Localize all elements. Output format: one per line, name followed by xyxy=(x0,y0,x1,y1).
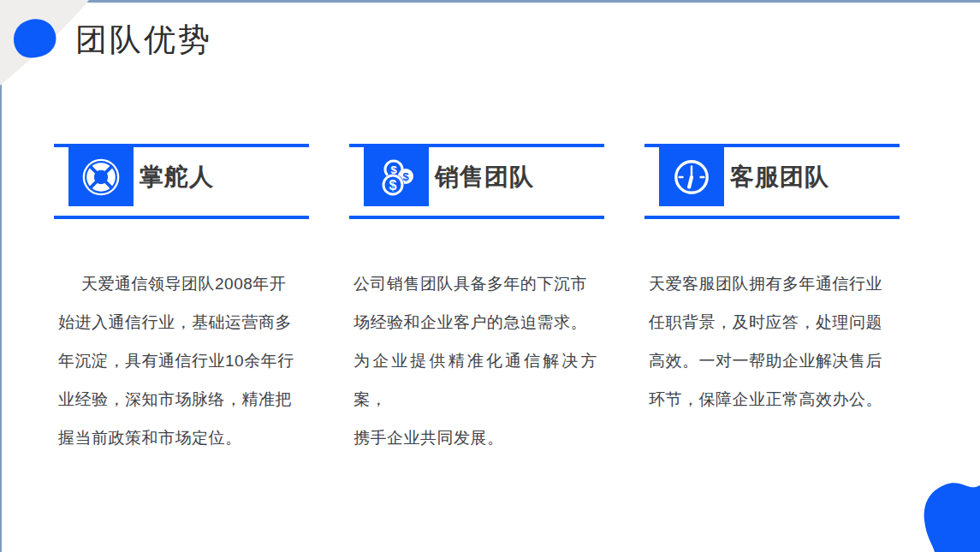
icon-tile: $ $ $ xyxy=(364,147,429,206)
card-helmsman: 掌舵人 天爱通信领导团队2008年开 始进入通信行业，基础运营商多 年沉淀，具有… xyxy=(54,144,309,457)
bottom-right-blob-decoration xyxy=(907,475,980,552)
slide-frame-top-border xyxy=(0,0,980,3)
card-support-team: 客服团队 天爱客服团队拥有多年通信行业 任职背景，及时应答，处理问题 高效。一对… xyxy=(644,144,900,457)
card-sales-team: $ $ $ 销售团队 公司销售团队具备多年的下沉市 场经验和企业客户的急迫需求。… xyxy=(349,144,604,457)
svg-text:$: $ xyxy=(402,170,409,183)
coins-icon: $ $ $ xyxy=(376,157,417,198)
card-title: 客服团队 xyxy=(730,147,829,206)
card-underline xyxy=(349,216,604,219)
card-body-text: 天爱通信领导团队2008年开 始进入通信行业，基础运营商多 年沉淀，具有通信行业… xyxy=(54,264,302,457)
card-header: 客服团队 xyxy=(644,144,900,219)
top-left-blob-decoration xyxy=(0,0,77,77)
card-body-text: 公司销售团队具备多年的下沉市 场经验和企业客户的急迫需求。 为企业提供精准化通信… xyxy=(349,264,597,457)
team-cards-row: 掌舵人 天爱通信领导团队2008年开 始进入通信行业，基础运营商多 年沉淀，具有… xyxy=(54,144,940,457)
card-body-text: 天爱客服团队拥有多年通信行业 任职背景，及时应答，处理问题 高效。一对一帮助企业… xyxy=(644,264,893,418)
icon-tile xyxy=(68,147,134,206)
card-title: 掌舵人 xyxy=(140,147,214,206)
card-underline xyxy=(644,216,900,219)
card-header: $ $ $ 销售团队 xyxy=(349,144,604,219)
card-title: 销售团队 xyxy=(435,147,534,206)
card-header: 掌舵人 xyxy=(54,144,309,219)
card-underline xyxy=(54,216,309,219)
page-title: 团队优势 xyxy=(75,19,212,62)
lifebuoy-icon xyxy=(81,157,121,197)
icon-tile xyxy=(659,147,724,206)
clock-icon xyxy=(672,157,711,197)
svg-text:$: $ xyxy=(389,178,397,193)
